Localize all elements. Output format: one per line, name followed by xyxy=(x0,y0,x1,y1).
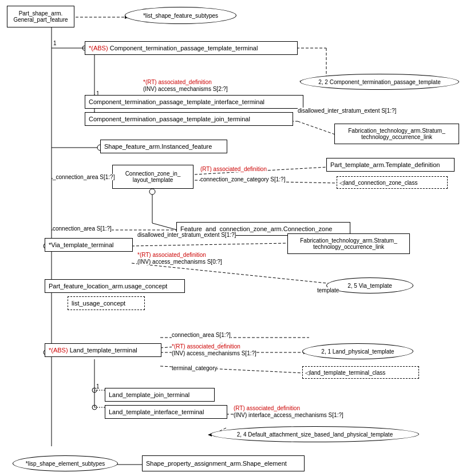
list-shape-feature-ellipse: *list_shape_feature_subtypes xyxy=(125,7,236,24)
comp-term-join-box: Component_termination_passage_template_j… xyxy=(85,112,293,126)
shape-feature-instanced-box: Shape_feature_arm.Instanced_feature xyxy=(100,140,227,153)
disallowed-inter-stratum-label1: disallowed_inter_stratum_extent S[1:?] xyxy=(298,108,396,114)
label-1-land-join: 1 xyxy=(96,383,100,390)
template-label: template xyxy=(317,287,339,293)
conn-zone-cat-label: connection_zone_category S[1:?] xyxy=(200,176,285,183)
comp-term-passage-template-ellipse: 2, 2 Component_termination_passage_templ… xyxy=(300,74,459,90)
disallowed-inter-stratum-label2: disallowed_inter_stratum_extent S[1:?] xyxy=(137,232,236,238)
rt-assoc-def-label4: *(RT) associated_definition xyxy=(172,343,240,350)
inv-interface-label: (INV) interface_access_mechanisms S[1:?] xyxy=(234,412,343,418)
via-template-ellipse: 2, 5 Via_template xyxy=(326,277,413,293)
lisp-shape-ellipse: *lisp_shape_element_subtypes xyxy=(13,455,118,471)
svg-line-16 xyxy=(298,121,337,135)
rt-assoc-def-label5: (RT) associated_definition xyxy=(234,405,300,411)
rt-assoc-def-label2: (RT) associated_definition xyxy=(200,166,267,172)
land-template-terminal-class-box: ◁land_template_terminal_class xyxy=(302,366,419,379)
fabrication-stratum-box2: Fabrication_technology_arm.Stratum_techn… xyxy=(287,233,410,254)
connection-area-label3: connection_area S[1:?] xyxy=(172,332,231,338)
inv-access-label2: (INV) access_mechanisms S[0:?] xyxy=(137,259,222,265)
land-physical-template-ellipse: 2, 1 Land_physical_template xyxy=(302,343,413,359)
land-template-abs-box: *(ABS) Land_template_terminal xyxy=(45,343,161,357)
terminal-category-label: terminal_category xyxy=(172,365,217,371)
default-attachment-ellipse: 2, 4 Default_attachment_size_based_land_… xyxy=(211,426,419,442)
diagram-container: Part_shape_arm.General_part_feature *lis… xyxy=(0,0,474,476)
part-shape-arm-box: Part_shape_arm.General_part_feature xyxy=(7,6,74,27)
via-template-terminal-box: *Via_template_terminal xyxy=(45,238,133,252)
comp-term-passage-abs-box: *(ABS) Component_termination_passage_tem… xyxy=(85,41,298,55)
svg-point-24 xyxy=(149,189,155,195)
inv-access-label3: (INV) access_mechanisms S[1:?] xyxy=(172,350,256,356)
connection-zone-box: Connection_zone_in_layout_template xyxy=(112,165,193,189)
svg-line-30 xyxy=(132,243,289,246)
comp-term-interface-box: Component_termination_passage_template_i… xyxy=(85,95,303,109)
rt-assoc-def-label3: *(RT) associated_definition xyxy=(137,252,206,258)
shape-property-box: Shape_property_assignment_arm.Shape_elem… xyxy=(142,455,305,471)
fabrication-stratum-box1: Fabrication_technology_arm.Stratum_techn… xyxy=(334,124,459,144)
svg-line-26 xyxy=(152,223,177,230)
label-1-top: 1 xyxy=(53,40,57,46)
part-template-arm-box: Part_template_arm.Template_definition xyxy=(326,158,455,172)
svg-point-46 xyxy=(92,405,97,410)
list-usage-concept-box: list_usage_concept xyxy=(68,296,145,310)
connection-area-label1: _connection_area S[1:?] xyxy=(53,174,114,180)
land-template-join-box: Land_template_join_terminal xyxy=(105,388,215,402)
land-connection-zone-class-box: ◁land_connection_zone_class xyxy=(337,176,448,189)
rt-assoc-def-label1: *(RT) associated_definition xyxy=(143,79,212,85)
connection-area-label2: connection_area S[1:?] xyxy=(53,225,112,232)
land-template-interface-box: Land_template_interface_terminal xyxy=(105,405,227,419)
inv-access-label1: (INV) access_mechanisms S[2:?] xyxy=(143,86,228,92)
part-feature-location-box: Part_feature_location_arm.usage_concept xyxy=(45,279,185,293)
